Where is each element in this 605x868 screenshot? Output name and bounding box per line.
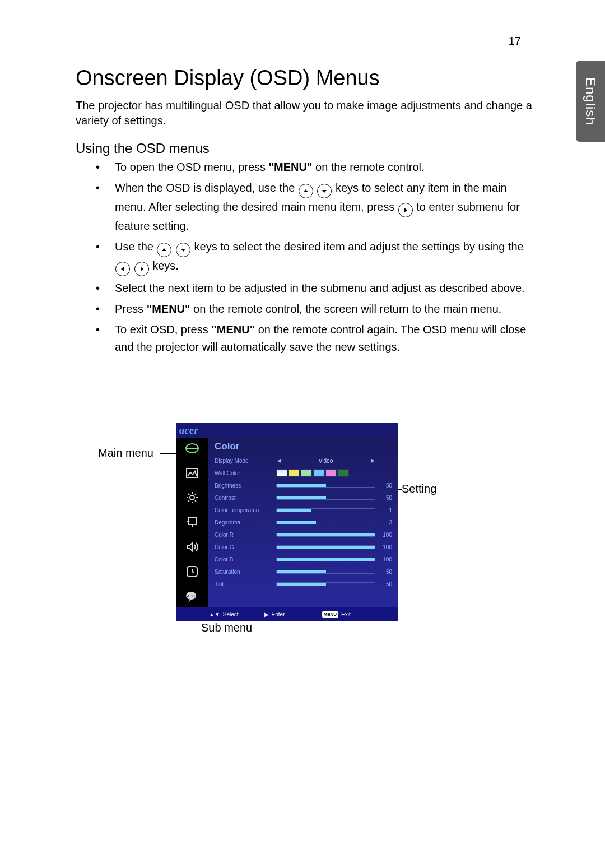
footer-select: Select xyxy=(223,611,239,618)
key-menu: "MENU" xyxy=(147,303,190,315)
osd-row: Brightness50 xyxy=(215,479,392,491)
menu-key-icon: MENU xyxy=(322,611,339,618)
osd-row: Saturation50 xyxy=(215,565,392,578)
osd-value: 50 xyxy=(375,482,392,489)
list-item: Press "MENU" on the remote control, the … xyxy=(96,300,532,318)
slider xyxy=(276,570,375,574)
list-item: To exit OSD, press "MENU" on the remote … xyxy=(96,321,532,356)
swatch xyxy=(313,469,324,477)
osd-label: Color R xyxy=(215,532,276,538)
osd-label: Contrast xyxy=(215,495,276,501)
osd-value: 50 xyxy=(375,569,392,575)
callout-main-menu: Main menu xyxy=(98,447,153,459)
slider xyxy=(276,545,375,549)
osd-label: Degamma xyxy=(215,519,276,526)
osd-row: Color R100 xyxy=(215,528,392,541)
osd-title: Color xyxy=(215,441,392,452)
osd-label: Color Temperature xyxy=(215,507,276,513)
osd-row: Wall Color xyxy=(215,467,392,479)
sidebar-color-icon xyxy=(184,441,200,456)
osd-value: 1 xyxy=(375,507,392,513)
swatch xyxy=(325,469,337,477)
osd-row: Color G100 xyxy=(215,541,392,553)
osd-value: 100 xyxy=(375,544,392,550)
osd-label: Color B xyxy=(215,556,276,563)
section-heading: Using the OSD menus xyxy=(76,141,532,156)
osd-label: Brightness xyxy=(215,482,276,489)
svg-rect-3 xyxy=(189,518,197,524)
updown-icon: ▲▼ xyxy=(209,611,220,618)
list-item: Select the next item to be adjusted in t… xyxy=(96,280,532,297)
osd-row: Contrast50 xyxy=(215,491,392,504)
slider xyxy=(276,533,375,537)
sidebar-setting-icon xyxy=(184,490,200,505)
osd-row: Color B100 xyxy=(215,553,392,565)
list-item: Use the keys to select the desired item … xyxy=(96,238,532,276)
callout-sub-menu: Sub menu xyxy=(201,621,252,634)
slider xyxy=(276,582,375,586)
sidebar-image-icon xyxy=(184,466,200,480)
osd-row: Tint50 xyxy=(215,578,392,590)
swatch xyxy=(338,469,349,477)
language-tab: English xyxy=(576,61,605,142)
osd-value: 100 xyxy=(375,556,392,563)
osd-label: Color G xyxy=(215,544,276,550)
callout-setting: Setting xyxy=(402,482,436,495)
svg-text:ABC: ABC xyxy=(187,594,195,598)
left-arrow-icon: ◀ xyxy=(276,458,282,463)
sidebar-audio-icon xyxy=(184,540,200,554)
right-arrow-icon: ▶ xyxy=(264,611,269,618)
left-arrow-icon xyxy=(115,262,130,276)
key-menu: "MENU" xyxy=(269,161,313,173)
page-title: Onscreen Display (OSD) Menus xyxy=(76,66,532,90)
manual-page: 17 English Onscreen Display (OSD) Menus … xyxy=(0,0,605,868)
down-arrow-icon xyxy=(317,184,332,198)
osd-label: Wall Color xyxy=(215,470,276,476)
osd-footer: ▲▼ Select ▶ Enter MENU Exit xyxy=(176,607,398,621)
slider xyxy=(276,558,375,561)
osd-content: Color Display Mode ◀ Video ▶ Wall ColorB… xyxy=(208,438,398,607)
right-arrow-icon: ▶ xyxy=(370,458,375,463)
osd-label: Saturation xyxy=(215,569,276,575)
osd-label: Display Mode xyxy=(215,458,276,464)
footer-exit: Exit xyxy=(341,611,351,618)
osd-value: 50 xyxy=(375,581,392,587)
swatch-row xyxy=(276,469,349,477)
swatch xyxy=(301,469,312,477)
intro-paragraph: The projector has multilingual OSD that … xyxy=(76,98,532,128)
svg-point-2 xyxy=(190,495,194,500)
osd-row: Degamma3 xyxy=(215,516,392,528)
bullet-list: To open the OSD menu, press "MENU" on th… xyxy=(76,159,532,356)
up-arrow-icon xyxy=(157,243,171,257)
sidebar-management-icon xyxy=(184,515,200,530)
slider xyxy=(276,484,375,488)
sidebar-language-icon: ABC xyxy=(184,589,200,604)
osd-brand-bar: acer xyxy=(176,423,398,438)
osd-sidebar: ABC xyxy=(176,438,208,607)
osd-row-display-mode: Display Mode ◀ Video ▶ xyxy=(215,454,392,467)
sidebar-timer-icon xyxy=(184,564,200,579)
osd-value: 50 xyxy=(375,495,392,501)
key-menu: "MENU" xyxy=(211,323,255,336)
swatch xyxy=(288,469,300,477)
page-number: 17 xyxy=(509,35,521,48)
slider xyxy=(276,508,375,512)
footer-enter: Enter xyxy=(272,611,285,618)
osd-label: Tint xyxy=(215,581,276,587)
swatch xyxy=(276,469,287,477)
list-item: To open the OSD menu, press "MENU" on th… xyxy=(96,159,532,176)
slider xyxy=(276,496,375,500)
slider xyxy=(276,521,375,524)
osd-value: 100 xyxy=(375,532,392,538)
osd-window: acer xyxy=(176,423,398,621)
osd-row: Color Temperature1 xyxy=(215,504,392,516)
down-arrow-icon xyxy=(176,243,190,257)
osd-value: 3 xyxy=(375,519,392,526)
right-arrow-icon xyxy=(398,203,413,217)
osd-value: Video xyxy=(285,458,366,464)
right-arrow-icon xyxy=(134,262,149,276)
brand-label: acer xyxy=(179,425,198,437)
list-item: When the OSD is displayed, use the keys … xyxy=(96,179,532,235)
language-label: English xyxy=(583,77,598,126)
osd-figure: Main menu Setting Sub menu acer xyxy=(76,423,532,647)
